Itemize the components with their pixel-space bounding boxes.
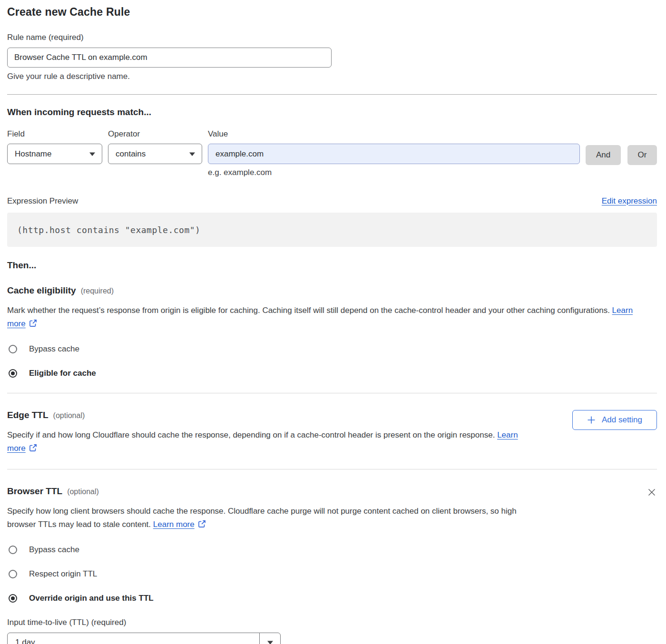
ttl-select[interactable]: 1 day [7,633,281,644]
expression-preview-label: Expression Preview [7,196,78,206]
edge-ttl-title: Edge TTL [7,410,49,420]
browser-ttl-description: Specify how long client browsers should … [7,505,530,532]
divider [7,94,657,95]
external-link-icon [29,318,37,332]
radio-icon[interactable] [9,594,17,603]
radio-bypass-cache[interactable]: Bypass cache [7,344,657,354]
and-button[interactable]: And [586,145,621,165]
operator-select-value: contains [116,149,146,159]
cache-eligibility-options: Bypass cache Eligible for cache [7,344,657,378]
match-row: Field Hostname Operator contains Value e… [7,129,657,177]
field-select[interactable]: Hostname [7,144,102,164]
plus-icon [587,416,596,424]
remove-browser-ttl-button[interactable] [646,487,657,499]
or-button[interactable]: Or [627,145,657,165]
edge-ttl-qualifier: (optional) [53,411,85,420]
cache-eligibility-title: Cache eligibility [7,285,76,296]
create-cache-rule-form: Create new Cache Rule Rule name (require… [0,0,666,644]
ttl-select-value: 1 day [8,633,259,644]
then-heading: Then... [7,260,657,271]
cache-eligibility-qualifier: (required) [81,287,114,295]
browser-ttl-options: Bypass cache Respect origin TTL Override… [7,545,657,603]
chevron-down-icon [189,152,195,156]
add-setting-button[interactable]: Add setting [572,410,657,430]
radio-override-origin-ttl[interactable]: Override origin and use this TTL [7,594,657,603]
radio-respect-origin-ttl[interactable]: Respect origin TTL [7,569,657,579]
ttl-input-label: Input time-to-live (TTL) (required) [7,618,657,627]
browser-ttl-qualifier: (optional) [67,488,99,496]
radio-icon[interactable] [9,369,17,378]
page-title: Create new Cache Rule [7,0,657,19]
expression-code: (http.host contains "example.com") [7,213,657,247]
rule-name-label: Rule name (required) [7,33,657,42]
radio-bypass-cache[interactable]: Bypass cache [7,545,657,555]
rule-name-input[interactable] [7,48,332,68]
radio-icon[interactable] [9,570,17,578]
close-icon [647,488,656,497]
operator-select[interactable]: contains [108,144,202,164]
chevron-down-icon[interactable] [259,633,280,644]
chevron-down-icon [89,152,95,156]
radio-icon[interactable] [9,546,17,554]
external-link-icon [198,519,206,532]
radio-icon[interactable] [9,345,17,353]
edge-ttl-section: Edge TTL (optional) Specify if and how l… [7,393,657,456]
external-link-icon [29,443,37,456]
learn-more-link[interactable]: Learn more [153,520,195,529]
value-example-help: e.g. example.com [208,168,580,177]
edit-expression-link[interactable]: Edit expression [602,196,657,206]
value-input[interactable] [208,144,580,164]
browser-ttl-title: Browser TTL [7,486,62,497]
radio-eligible-for-cache[interactable]: Eligible for cache [7,369,657,378]
browser-ttl-section: Browser TTL (optional) Specify how long … [7,469,657,532]
edge-ttl-description: Specify if and how long Cloudflare shoul… [7,429,530,456]
value-label: Value [208,129,580,139]
rule-name-help: Give your rule a descriptive name. [7,72,657,81]
cache-eligibility-description: Mark whether the request’s response from… [7,304,647,332]
match-heading: When incoming requests match... [7,107,657,117]
field-select-value: Hostname [15,149,51,159]
field-label: Field [7,129,108,139]
operator-label: Operator [108,129,208,139]
